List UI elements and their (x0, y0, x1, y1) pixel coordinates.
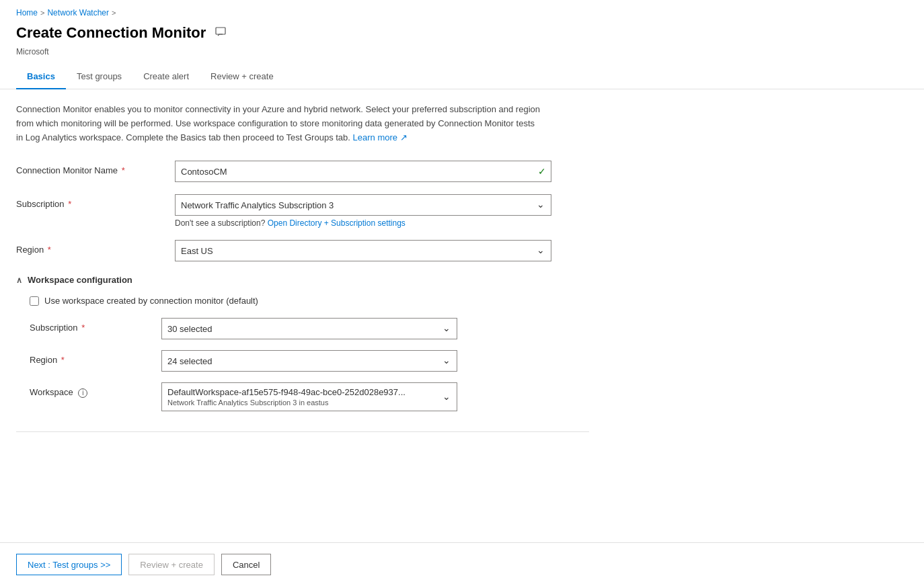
ws-region-select-wrapper: 24 selected (161, 350, 457, 372)
workspace-row: Workspace i DefaultWorkspace-af15e575-f9… (30, 382, 589, 411)
page-subtitle: Microsoft (0, 47, 924, 65)
workspace-form: Use workspace created by connection moni… (16, 296, 589, 411)
form-section-basic: Connection Monitor Name * ✓ Subscription… (16, 161, 589, 261)
valid-check-icon: ✓ (538, 166, 546, 177)
workspace-dropdown-control: DefaultWorkspace-af15e575-f948-49ac-bce0… (161, 382, 457, 411)
svg-rect-0 (216, 28, 225, 34)
tab-test-groups[interactable]: Test groups (66, 65, 132, 89)
workspace-config-section: ∧ Workspace configuration Use workspace … (16, 275, 589, 411)
footer-bar: Next : Test groups >> Review + create Ca… (0, 542, 924, 586)
external-link-icon: ↗ (400, 132, 408, 142)
main-content: Connection Monitor enables you to monito… (0, 89, 605, 446)
region-label: Region * (16, 240, 164, 255)
region-select[interactable]: East US (175, 240, 551, 261)
ws-sub-star: * (79, 323, 85, 333)
workspace-checkbox[interactable] (30, 296, 39, 306)
required-star-sub: * (66, 199, 72, 209)
subscription-control-wrapper: Network Traffic Analytics Subscription 3… (175, 194, 551, 228)
workspace-region-control: 24 selected (161, 350, 457, 372)
workspace-region-row: Region * 24 selected (30, 350, 589, 372)
tab-create-alert[interactable]: Create alert (132, 65, 200, 89)
review-create-button: Review + create (128, 554, 215, 575)
workspace-config-header[interactable]: ∧ Workspace configuration (16, 275, 589, 285)
required-star-region: * (45, 245, 51, 255)
workspace-region-select[interactable]: 24 selected (161, 350, 457, 372)
cancel-button[interactable]: Cancel (221, 554, 271, 575)
description-text: Connection Monitor enables you to monito… (16, 103, 541, 144)
connection-monitor-name-input[interactable] (175, 161, 551, 182)
breadcrumb-sep2: > (112, 9, 116, 17)
workspace-subscription-label: Subscription * (30, 318, 151, 333)
feedback-icon-button[interactable] (213, 26, 229, 41)
workspace-subscription-row: Subscription * 30 selected (30, 318, 589, 339)
region-select-wrapper: East US (175, 240, 551, 261)
workspace-dropdown[interactable]: DefaultWorkspace-af15e575-f948-49ac-bce0… (161, 382, 457, 411)
breadcrumb-sep1: > (40, 9, 44, 17)
subscription-hint-text: Don't see a subscription? Open Directory… (175, 218, 551, 228)
connection-monitor-name-input-group: ✓ (175, 161, 551, 182)
workspace-region-label: Region * (30, 350, 151, 365)
workspace-subscription-select[interactable]: 30 selected (161, 318, 457, 339)
region-row: Region * East US (16, 240, 589, 261)
tabs-bar: Basics Test groups Create alert Review +… (0, 65, 924, 89)
workspace-config-title: Workspace configuration (28, 275, 132, 285)
next-test-groups-button[interactable]: Next : Test groups >> (16, 554, 122, 575)
breadcrumb-home[interactable]: Home (16, 8, 38, 17)
workspace-main-value: DefaultWorkspace-af15e575-f948-49ac-bce0… (167, 387, 435, 397)
workspace-checkbox-row: Use workspace created by connection moni… (30, 296, 589, 306)
connection-monitor-name-label: Connection Monitor Name * (16, 161, 164, 175)
workspace-checkbox-label: Use workspace created by connection moni… (44, 296, 258, 306)
ws-subscription-select-wrapper: 30 selected (161, 318, 457, 339)
connection-monitor-name-row: Connection Monitor Name * ✓ (16, 161, 589, 182)
subscription-select-wrapper: Network Traffic Analytics Subscription 3 (175, 194, 551, 216)
workspace-dropdown-inner: DefaultWorkspace-af15e575-f948-49ac-bce0… (161, 382, 457, 411)
subscription-row: Subscription * Network Traffic Analytics… (16, 194, 589, 228)
subscription-label: Subscription * (16, 194, 164, 209)
breadcrumb: Home > Network Watcher > (0, 0, 924, 22)
learn-more-link[interactable]: Learn more ↗ (353, 132, 408, 142)
required-star: * (119, 165, 125, 175)
workspace-info-icon[interactable]: i (78, 388, 87, 398)
bottom-divider (16, 431, 589, 432)
region-control-wrapper: East US (175, 240, 551, 261)
page-title: Create Connection Monitor (16, 24, 206, 42)
subscription-select[interactable]: Network Traffic Analytics Subscription 3 (175, 194, 551, 216)
workspace-label-el: Workspace i (30, 382, 151, 398)
tab-review-create[interactable]: Review + create (200, 65, 284, 89)
open-directory-link[interactable]: Open Directory + Subscription settings (268, 218, 406, 228)
ws-reg-star: * (59, 355, 65, 365)
workspace-chevron-icon: ∧ (16, 276, 22, 285)
workspace-subscription-control: 30 selected (161, 318, 457, 339)
workspace-sub-value: Network Traffic Analytics Subscription 3… (167, 399, 435, 407)
connection-monitor-name-wrapper: ✓ (175, 161, 551, 182)
breadcrumb-network-watcher[interactable]: Network Watcher (47, 8, 109, 17)
page-header: Create Connection Monitor (0, 22, 924, 47)
tab-basics[interactable]: Basics (16, 65, 66, 89)
